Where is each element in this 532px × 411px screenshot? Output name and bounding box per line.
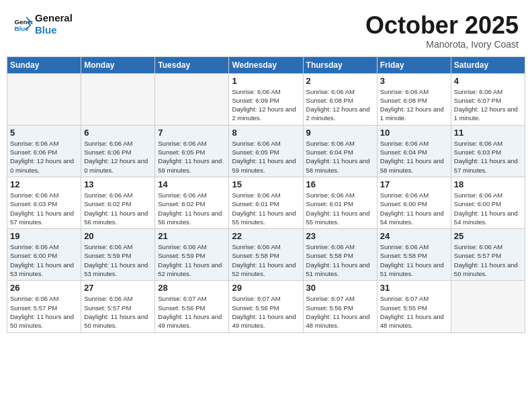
weekday-header-sunday: Sunday: [7, 56, 81, 73]
day-number: 28: [158, 283, 226, 293]
calendar-cell: 31Sunrise: 6:07 AM Sunset: 5:55 PM Dayli…: [377, 281, 451, 332]
day-info: Sunrise: 6:06 AM Sunset: 6:04 PM Dayligh…: [380, 139, 448, 175]
day-number: 14: [158, 179, 226, 189]
calendar-cell: 23Sunrise: 6:06 AM Sunset: 5:58 PM Dayli…: [303, 229, 377, 281]
calendar-week-row: 12Sunrise: 6:06 AM Sunset: 6:03 PM Dayli…: [7, 177, 525, 228]
calendar-cell: 26Sunrise: 6:06 AM Sunset: 5:57 PM Dayli…: [7, 281, 81, 332]
day-number: 5: [10, 128, 78, 138]
day-number: 27: [84, 283, 152, 293]
calendar-cell: 7Sunrise: 6:06 AM Sunset: 6:05 PM Daylig…: [155, 125, 229, 177]
day-number: 11: [454, 128, 522, 138]
logo: General Blue General Blue: [13, 12, 73, 36]
calendar-week-row: 26Sunrise: 6:06 AM Sunset: 5:57 PM Dayli…: [7, 281, 525, 332]
day-number: 31: [380, 283, 448, 293]
day-info: Sunrise: 6:06 AM Sunset: 5:57 PM Dayligh…: [84, 294, 152, 330]
day-info: Sunrise: 6:06 AM Sunset: 6:00 PM Dayligh…: [10, 242, 78, 278]
calendar-cell: 8Sunrise: 6:06 AM Sunset: 6:05 PM Daylig…: [229, 125, 303, 177]
day-number: 22: [232, 231, 300, 241]
day-number: 30: [306, 283, 374, 293]
header: General Blue General Blue October 2025 M…: [7, 7, 525, 52]
day-info: Sunrise: 6:07 AM Sunset: 5:56 PM Dayligh…: [306, 294, 374, 330]
day-info: Sunrise: 6:06 AM Sunset: 5:57 PM Dayligh…: [454, 242, 522, 278]
calendar-week-row: 5Sunrise: 6:06 AM Sunset: 6:06 PM Daylig…: [7, 125, 525, 177]
calendar-cell: [451, 281, 525, 332]
calendar-cell: 27Sunrise: 6:06 AM Sunset: 5:57 PM Dayli…: [81, 281, 155, 332]
day-info: Sunrise: 6:06 AM Sunset: 5:59 PM Dayligh…: [158, 242, 226, 278]
weekday-header-monday: Monday: [81, 56, 155, 73]
day-info: Sunrise: 6:06 AM Sunset: 6:08 PM Dayligh…: [380, 87, 448, 123]
calendar-table: SundayMondayTuesdayWednesdayThursdayFrid…: [7, 56, 525, 333]
day-number: 19: [10, 231, 78, 241]
day-number: 13: [84, 179, 152, 189]
calendar-cell: 20Sunrise: 6:06 AM Sunset: 5:59 PM Dayli…: [81, 229, 155, 281]
weekday-header-thursday: Thursday: [303, 56, 377, 73]
day-info: Sunrise: 6:06 AM Sunset: 5:59 PM Dayligh…: [84, 242, 152, 278]
day-info: Sunrise: 6:06 AM Sunset: 5:58 PM Dayligh…: [380, 242, 448, 278]
day-number: 1: [232, 76, 300, 86]
day-info: Sunrise: 6:07 AM Sunset: 5:55 PM Dayligh…: [380, 294, 448, 330]
day-number: 10: [380, 128, 448, 138]
calendar-cell: 17Sunrise: 6:06 AM Sunset: 6:00 PM Dayli…: [377, 177, 451, 228]
location-subtitle: Manorota, Ivory Coast: [365, 39, 519, 50]
day-info: Sunrise: 6:07 AM Sunset: 5:56 PM Dayligh…: [232, 294, 300, 330]
calendar-week-row: 1Sunrise: 6:06 AM Sunset: 6:09 PM Daylig…: [7, 73, 525, 125]
day-number: 24: [380, 231, 448, 241]
day-number: 15: [232, 179, 300, 189]
calendar-cell: 3Sunrise: 6:06 AM Sunset: 6:08 PM Daylig…: [377, 73, 451, 125]
calendar-cell: 10Sunrise: 6:06 AM Sunset: 6:04 PM Dayli…: [377, 125, 451, 177]
day-info: Sunrise: 6:06 AM Sunset: 6:00 PM Dayligh…: [454, 191, 522, 226]
day-info: Sunrise: 6:06 AM Sunset: 6:06 PM Dayligh…: [84, 139, 152, 175]
logo-icon: General Blue: [13, 15, 32, 34]
day-number: 17: [380, 179, 448, 189]
day-info: Sunrise: 6:06 AM Sunset: 6:08 PM Dayligh…: [306, 87, 374, 123]
calendar-cell: 15Sunrise: 6:06 AM Sunset: 6:01 PM Dayli…: [229, 177, 303, 228]
calendar-cell: 9Sunrise: 6:06 AM Sunset: 6:04 PM Daylig…: [303, 125, 377, 177]
calendar-cell: 25Sunrise: 6:06 AM Sunset: 5:57 PM Dayli…: [451, 229, 525, 281]
calendar-cell: 5Sunrise: 6:06 AM Sunset: 6:06 PM Daylig…: [7, 125, 81, 177]
calendar-cell: [81, 73, 155, 125]
calendar-cell: 29Sunrise: 6:07 AM Sunset: 5:56 PM Dayli…: [229, 281, 303, 332]
day-info: Sunrise: 6:06 AM Sunset: 6:02 PM Dayligh…: [84, 191, 152, 226]
day-number: 2: [306, 76, 374, 86]
calendar-cell: 30Sunrise: 6:07 AM Sunset: 5:56 PM Dayli…: [303, 281, 377, 332]
day-number: 9: [306, 128, 374, 138]
day-info: Sunrise: 6:06 AM Sunset: 6:02 PM Dayligh…: [158, 191, 226, 226]
day-number: 21: [158, 231, 226, 241]
day-info: Sunrise: 6:06 AM Sunset: 6:05 PM Dayligh…: [158, 139, 226, 175]
day-number: 29: [232, 283, 300, 293]
calendar-cell: 24Sunrise: 6:06 AM Sunset: 5:58 PM Dayli…: [377, 229, 451, 281]
day-number: 4: [454, 76, 522, 86]
calendar-cell: 13Sunrise: 6:06 AM Sunset: 6:02 PM Dayli…: [81, 177, 155, 228]
day-info: Sunrise: 6:06 AM Sunset: 6:03 PM Dayligh…: [10, 191, 78, 226]
day-info: Sunrise: 6:07 AM Sunset: 5:56 PM Dayligh…: [158, 294, 226, 330]
day-info: Sunrise: 6:06 AM Sunset: 6:01 PM Dayligh…: [306, 191, 374, 226]
title-area: October 2025 Manorota, Ivory Coast: [365, 12, 519, 50]
calendar-cell: 28Sunrise: 6:07 AM Sunset: 5:56 PM Dayli…: [155, 281, 229, 332]
day-number: 7: [158, 128, 226, 138]
calendar-cell: 1Sunrise: 6:06 AM Sunset: 6:09 PM Daylig…: [229, 73, 303, 125]
calendar-cell: 6Sunrise: 6:06 AM Sunset: 6:06 PM Daylig…: [81, 125, 155, 177]
day-number: 26: [10, 283, 78, 293]
weekday-header-friday: Friday: [377, 56, 451, 73]
weekday-header-saturday: Saturday: [451, 56, 525, 73]
day-number: 12: [10, 179, 78, 189]
calendar-cell: [7, 73, 81, 125]
day-info: Sunrise: 6:06 AM Sunset: 6:04 PM Dayligh…: [306, 139, 374, 175]
calendar-cell: 22Sunrise: 6:06 AM Sunset: 5:58 PM Dayli…: [229, 229, 303, 281]
day-number: 6: [84, 128, 152, 138]
day-info: Sunrise: 6:06 AM Sunset: 6:05 PM Dayligh…: [232, 139, 300, 175]
calendar-cell: 2Sunrise: 6:06 AM Sunset: 6:08 PM Daylig…: [303, 73, 377, 125]
calendar-cell: 19Sunrise: 6:06 AM Sunset: 6:00 PM Dayli…: [7, 229, 81, 281]
calendar-cell: 14Sunrise: 6:06 AM Sunset: 6:02 PM Dayli…: [155, 177, 229, 228]
day-number: 8: [232, 128, 300, 138]
calendar-cell: 21Sunrise: 6:06 AM Sunset: 5:59 PM Dayli…: [155, 229, 229, 281]
day-info: Sunrise: 6:06 AM Sunset: 6:06 PM Dayligh…: [10, 139, 78, 175]
day-info: Sunrise: 6:06 AM Sunset: 5:58 PM Dayligh…: [232, 242, 300, 278]
calendar-cell: 4Sunrise: 6:06 AM Sunset: 6:07 PM Daylig…: [451, 73, 525, 125]
day-info: Sunrise: 6:06 AM Sunset: 6:01 PM Dayligh…: [232, 191, 300, 226]
weekday-header-row: SundayMondayTuesdayWednesdayThursdayFrid…: [7, 56, 525, 73]
calendar-cell: 11Sunrise: 6:06 AM Sunset: 6:03 PM Dayli…: [451, 125, 525, 177]
day-info: Sunrise: 6:06 AM Sunset: 6:00 PM Dayligh…: [380, 191, 448, 226]
calendar-cell: [155, 73, 229, 125]
calendar-cell: 12Sunrise: 6:06 AM Sunset: 6:03 PM Dayli…: [7, 177, 81, 228]
